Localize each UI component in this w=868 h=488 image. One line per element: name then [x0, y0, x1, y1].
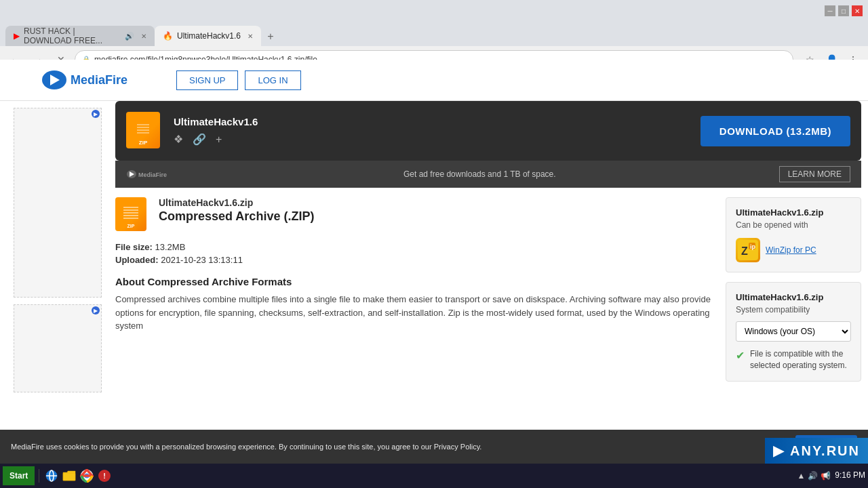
about-text: Compressed archives combine multiple fil… — [115, 293, 712, 333]
cookie-banner: MediaFire uses cookies to provide you wi… — [0, 430, 868, 464]
svg-rect-13 — [63, 473, 75, 481]
title-bar: ─ □ ✕ — [0, 0, 868, 22]
file-actions: ❖ 🔗 + — [174, 133, 691, 146]
file-size-line: File size: 13.2MB — [115, 242, 712, 252]
taskbar-folder-icon[interactable] — [61, 468, 77, 484]
zip-icon-med: ZIP — [115, 197, 146, 231]
winzip-icon: Z ip — [736, 238, 760, 262]
download-filename: UltimateHackv1.6 — [174, 116, 691, 127]
taskbar-chrome-icon[interactable] — [79, 468, 95, 484]
link-icon[interactable]: 🔗 — [193, 133, 206, 146]
uploaded-line: Uploaded: 2021-10-23 13:13:11 — [115, 255, 712, 265]
ad-top: ▶ — [14, 108, 102, 298]
zip-label-med: ZIP — [127, 224, 135, 228]
taskbar-ie-icon[interactable] — [43, 468, 60, 484]
about-section: About Compressed Archive Formats Compres… — [115, 276, 712, 333]
file-title-text: UltimateHackv1.6.zip Compressed Archive … — [159, 197, 314, 224]
tray-notification-icon: 📢 — [821, 471, 831, 481]
os-select[interactable]: Windows (your OS) — [736, 321, 851, 342]
zip-label: ZIP — [139, 140, 147, 146]
file-icon-large: ZIP — [126, 112, 164, 150]
download-button[interactable]: DOWNLOAD (13.2MB) — [701, 116, 850, 146]
promo-mediafire-logo: MediaFire — [126, 168, 180, 180]
uploaded-label: Uploaded: — [115, 255, 159, 265]
tab-label-rust: RUST HACK | DOWNLOAD FREE... — [24, 26, 119, 45]
tab-label-ultimate: UltimateHackv1.6 — [177, 31, 241, 41]
close-button[interactable]: ✕ — [852, 5, 863, 16]
site-header: MediaFire SIGN UP LOG IN — [0, 60, 868, 101]
check-icon: ✔ — [736, 349, 745, 362]
svg-text:MediaFire: MediaFire — [138, 171, 167, 178]
main-content: ▶ ▶ ZIP UltimateHackv1.6 ❖ 🔗 — [0, 101, 868, 464]
youtube-favicon: ▶ — [14, 31, 20, 41]
opener-card: UltimateHackv1.6.zip Can be opened with … — [726, 197, 861, 272]
download-card: ZIP UltimateHackv1.6 ❖ 🔗 + DOWNLOAD (13.… — [115, 101, 861, 161]
file-info-header: UltimateHackv1.6 ❖ 🔗 + — [174, 116, 691, 146]
signup-button[interactable]: SIGN UP — [176, 70, 238, 90]
winzip-app: Z ip WinZip for PC — [736, 238, 851, 262]
anyrun-play-icon: ▶ — [773, 442, 785, 460]
file-title-section: ZIP UltimateHackv1.6.zip Compressed Arch… — [115, 197, 712, 231]
file-size-label: File size: — [115, 242, 153, 252]
taskbar: Start ! ▲ 🔊 📢 — [0, 464, 868, 488]
tray-volume-icon: 🔊 — [808, 471, 818, 481]
minimize-button[interactable]: ─ — [825, 5, 835, 16]
header-buttons: SIGN UP LOG IN — [176, 70, 301, 90]
promo-logo: MediaFire — [126, 168, 180, 180]
ad-tag-top: ▶ — [92, 110, 100, 118]
maximize-button[interactable]: □ — [838, 5, 849, 16]
mute-icon[interactable]: 🔊 — [125, 32, 134, 41]
learn-more-button[interactable]: LEARN MORE — [779, 166, 850, 182]
tab-close-ultimate[interactable]: ✕ — [248, 33, 253, 40]
file-details-section: ZIP UltimateHackv1.6.zip Compressed Arch… — [115, 188, 861, 401]
tray-network-icon: ▲ — [797, 471, 805, 481]
ad-bottom: ▶ — [14, 304, 102, 392]
opener-subtitle: Can be opened with — [736, 220, 851, 230]
compat-check: ✔ File is compatible with the selected o… — [736, 348, 851, 371]
zip-icon-large: ZIP — [126, 112, 160, 148]
promo-banner: MediaFire Get ad free downloads and 1 TB… — [115, 161, 861, 188]
site-logo: MediaFire — [41, 66, 149, 94]
right-sidebar: UltimateHackv1.6.zip Can be opened with … — [726, 197, 861, 391]
left-ad-column: ▶ ▶ — [0, 101, 108, 464]
tab-close-rust[interactable]: ✕ — [141, 33, 146, 40]
page-body: MediaFire SIGN UP LOG IN ▶ ▶ ZIP — [0, 60, 868, 464]
center-content: ZIP UltimateHackv1.6 ❖ 🔗 + DOWNLOAD (13.… — [108, 101, 868, 464]
taskbar-right: ▲ 🔊 📢 9:16 PM — [797, 470, 865, 481]
svg-text:!: ! — [104, 472, 106, 480]
file-archive-type: Compressed Archive (.ZIP) — [159, 209, 314, 224]
taskbar-antivirus-icon[interactable]: ! — [96, 468, 113, 484]
ad-tag-bottom: ▶ — [92, 306, 100, 314]
file-meta: File size: 13.2MB Uploaded: 2021-10-23 1… — [115, 242, 712, 265]
share-icon[interactable]: ❖ — [174, 133, 183, 146]
compat-card: UltimateHackv1.6.zip System compatibilit… — [726, 282, 861, 382]
file-zip-name: UltimateHackv1.6.zip — [159, 197, 314, 208]
promo-text: Get ad free downloads and 1 TB of space. — [403, 169, 556, 179]
cookie-text: MediaFire uses cookies to provide you wi… — [11, 443, 765, 451]
about-title: About Compressed Archive Formats — [115, 276, 712, 287]
tabs-bar: ▶ RUST HACK | DOWNLOAD FREE... 🔊 ✕ 🔥 Ult… — [0, 22, 868, 46]
tray-icons: ▲ 🔊 📢 — [797, 471, 831, 481]
window-controls[interactable]: ─ □ ✕ — [825, 5, 863, 16]
svg-text:ip: ip — [750, 243, 756, 250]
add-icon[interactable]: + — [216, 134, 222, 146]
login-button[interactable]: LOG IN — [245, 70, 300, 90]
opener-title: UltimateHackv1.6.zip — [736, 207, 851, 218]
tab-ultimate-hack[interactable]: 🔥 UltimateHackv1.6 ✕ — [155, 26, 261, 46]
new-tab-button[interactable]: + — [261, 27, 280, 46]
mediafire-favicon: 🔥 — [163, 31, 173, 41]
start-button[interactable]: Start — [3, 466, 35, 485]
compat-text: File is compatible with the selected ope… — [750, 348, 851, 371]
taskbar-separator — [39, 469, 39, 483]
chrome-icon-svg — [80, 469, 94, 483]
svg-text:Z: Z — [741, 245, 748, 257]
start-label: Start — [9, 471, 28, 481]
tab-rust-hack[interactable]: ▶ RUST HACK | DOWNLOAD FREE... 🔊 ✕ — [5, 26, 155, 46]
compat-subtitle: System compatibility — [736, 305, 851, 314]
winzip-link[interactable]: WinZip for PC — [766, 245, 816, 255]
file-main: ZIP UltimateHackv1.6.zip Compressed Arch… — [115, 197, 712, 391]
file-size-value: 13.2MB — [155, 242, 186, 252]
folder-icon-svg — [62, 470, 76, 481]
svg-text:MediaFire: MediaFire — [71, 73, 127, 87]
compat-title: UltimateHackv1.6.zip — [736, 292, 851, 302]
